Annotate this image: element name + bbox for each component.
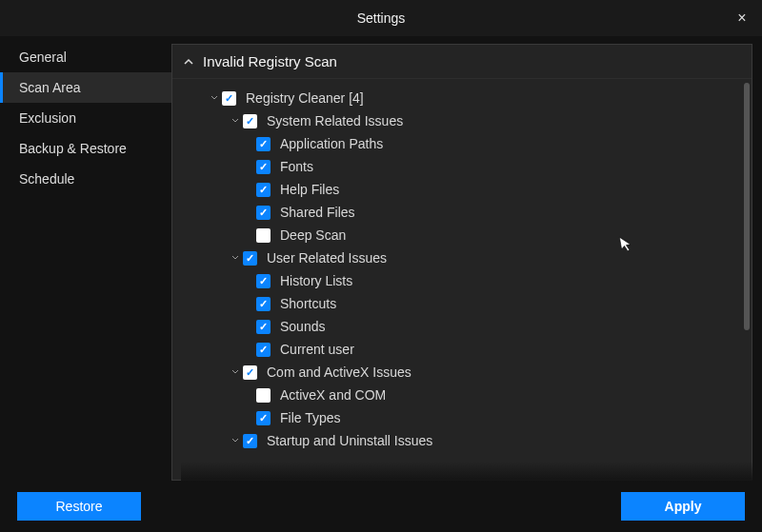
sidebar-item-exclusion[interactable]: Exclusion <box>0 103 171 133</box>
tree-label: History Lists <box>280 273 352 288</box>
footer: Restore Apply <box>0 481 762 532</box>
chevron-up-icon <box>184 57 197 67</box>
tree-label: Current user <box>280 342 354 357</box>
expand-icon[interactable] <box>230 437 241 444</box>
tree-label: Help Files <box>280 182 339 197</box>
tree-row[interactable]: ✓User Related Issues <box>188 246 732 269</box>
checkbox[interactable]: ✓ <box>256 343 271 357</box>
checkbox[interactable]: ✓ <box>256 137 271 151</box>
checkbox[interactable]: ✓ <box>243 251 257 266</box>
checkbox[interactable]: ✓ <box>256 274 271 288</box>
tree-row[interactable]: ✓Com and ActiveX Issues <box>188 361 732 384</box>
tree-label: Shortcuts <box>280 296 336 311</box>
tree-row[interactable]: Deep Scan <box>188 224 732 246</box>
tree-row[interactable]: ✓Fonts <box>188 155 732 178</box>
sidebar-item-label: Exclusion <box>19 110 76 126</box>
tree-label: File Types <box>280 410 341 425</box>
close-icon[interactable]: × <box>730 6 754 30</box>
sidebar-item-label: General <box>19 49 67 65</box>
checkbox[interactable]: ✓ <box>243 434 257 448</box>
expand-icon[interactable] <box>230 368 241 376</box>
tree-row[interactable]: ✓Sounds <box>188 315 732 338</box>
tree-row[interactable]: ✓Shortcuts <box>188 292 732 315</box>
tree-label: System Related Issues <box>267 113 403 128</box>
main-panel: Invalid Registry Scan ✓Registry Cleaner … <box>171 44 752 481</box>
expand-icon[interactable] <box>209 94 220 102</box>
tree-label: ActiveX and COM <box>280 387 386 403</box>
checkbox[interactable]: ✓ <box>256 411 271 425</box>
tree-row[interactable]: ActiveX and COM <box>188 384 732 406</box>
tree-row[interactable]: ✓Help Files <box>188 178 732 201</box>
checkbox[interactable] <box>256 388 271 403</box>
tree-label: Com and ActiveX Issues <box>267 365 411 380</box>
checkbox[interactable]: ✓ <box>256 160 271 174</box>
checkbox[interactable]: ✓ <box>256 183 271 197</box>
scrollbar-thumb[interactable] <box>744 83 750 330</box>
checkbox[interactable]: ✓ <box>243 114 257 128</box>
sidebar: General Scan Area Exclusion Backup & Res… <box>0 36 171 481</box>
tree-row[interactable]: ✓Application Paths <box>188 132 732 155</box>
tree-label: Shared Files <box>280 205 355 220</box>
window-title: Settings <box>357 10 406 26</box>
tree-row[interactable]: ✓System Related Issues <box>188 109 732 132</box>
tree-row[interactable]: ✓Registry Cleaner [4] <box>188 87 732 109</box>
checkbox[interactable]: ✓ <box>256 320 271 334</box>
sidebar-item-backup-restore[interactable]: Backup & Restore <box>0 133 171 164</box>
tree-label: User Related Issues <box>267 250 387 266</box>
panel-header[interactable]: Invalid Registry Scan <box>172 45 752 79</box>
restore-button[interactable]: Restore <box>17 492 141 521</box>
apply-button[interactable]: Apply <box>621 492 745 521</box>
expand-icon[interactable] <box>230 117 241 125</box>
checkbox[interactable] <box>256 228 271 243</box>
checkbox[interactable]: ✓ <box>256 297 271 311</box>
tree-row[interactable]: ✓File Types <box>188 406 732 429</box>
sidebar-item-schedule[interactable]: Schedule <box>0 164 171 194</box>
sidebar-item-scan-area[interactable]: Scan Area <box>0 72 171 103</box>
main-container: General Scan Area Exclusion Backup & Res… <box>0 36 762 481</box>
tree-row[interactable]: ✓Startup and Uninstall Issues <box>188 429 732 452</box>
sidebar-item-general[interactable]: General <box>0 42 171 72</box>
tree-label: Application Paths <box>280 136 383 151</box>
checkbox[interactable]: ✓ <box>243 365 257 380</box>
tree-label: Registry Cleaner [4] <box>246 90 364 106</box>
tree-view: ✓Registry Cleaner [4]✓System Related Iss… <box>172 79 752 480</box>
checkbox[interactable]: ✓ <box>256 206 271 220</box>
sidebar-item-label: Schedule <box>19 171 74 187</box>
titlebar: Settings × <box>0 0 762 36</box>
sidebar-item-label: Scan Area <box>19 80 81 95</box>
panel-title: Invalid Registry Scan <box>203 53 337 69</box>
tree-row[interactable]: ✓Shared Files <box>188 201 732 224</box>
tree-label: Deep Scan <box>280 227 346 243</box>
checkbox[interactable]: ✓ <box>222 91 236 106</box>
tree-label: Sounds <box>280 319 325 334</box>
tree-row[interactable]: ✓Current user <box>188 338 732 361</box>
tree-label: Startup and Uninstall Issues <box>267 433 432 448</box>
tree-label: Fonts <box>280 159 313 174</box>
tree-row[interactable]: ✓History Lists <box>188 269 732 292</box>
sidebar-item-label: Backup & Restore <box>19 141 127 156</box>
expand-icon[interactable] <box>230 254 241 262</box>
